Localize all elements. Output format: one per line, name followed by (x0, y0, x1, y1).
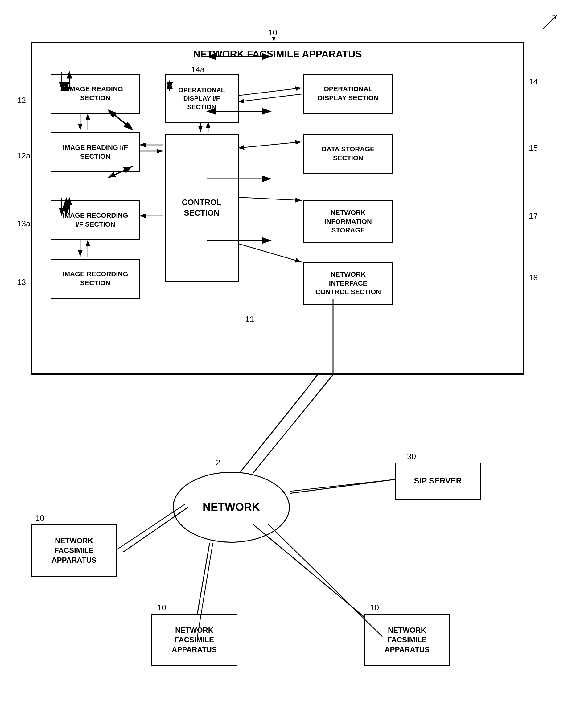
ref10-left-label: 10 (35, 514, 45, 523)
image-recording-section-box: IMAGE RECORDING SECTION (51, 259, 140, 299)
svg-line-50 (290, 479, 395, 491)
op-display-if-box: OPERATIONAL DISPLAY I/F SECTION (165, 74, 239, 123)
diagram-container: 5 10 NETWORK FACSIMILE APPARATUS IMAGE R… (0, 0, 576, 728)
op-display-box: OPERATIONAL DISPLAY SECTION (304, 74, 393, 114)
network-interface-control-box: NETWORK INTERFACE CONTROL SECTION (304, 262, 393, 305)
data-storage-box: DATA STORAGE SECTION (304, 134, 393, 174)
svg-line-14 (302, 375, 318, 395)
image-reading-section-box: IMAGE READING SECTION (51, 74, 140, 114)
ref14-label: 14 (529, 77, 538, 87)
nfa-bottom-center-box: NETWORK FACSIMILE APPARATUS (151, 614, 237, 666)
svg-line-17 (197, 543, 210, 614)
network-ellipse: NETWORK (173, 472, 290, 543)
ref11-label: 11 (245, 315, 254, 324)
network-info-storage-box: NETWORK INFORMATION STORAGE (304, 200, 393, 243)
svg-line-46 (253, 375, 333, 473)
ref17-label: 17 (529, 211, 538, 221)
main-apparatus-box: NETWORK FACSIMILE APPARATUS IMAGE READIN… (31, 41, 524, 375)
ref5-label: 5 (552, 12, 556, 21)
ref30-label: 30 (407, 452, 416, 461)
ref12-label: 12 (17, 95, 26, 105)
svg-line-19 (290, 479, 395, 493)
ref15-label: 15 (529, 143, 538, 153)
ref13a-label: 13a (17, 219, 30, 229)
image-reading-if-box: IMAGE READING I/F SECTION (51, 132, 140, 172)
ref10-bottom-right-label: 10 (370, 603, 379, 612)
svg-line-15 (240, 395, 302, 472)
ref13-label: 13 (17, 278, 26, 287)
ref2-label: 2 (216, 458, 220, 467)
nfa-bottom-right-box: NETWORK FACSIMILE APPARATUS (364, 614, 450, 666)
ref10-bottom-left-label: 10 (157, 603, 166, 612)
svg-line-18 (253, 524, 364, 617)
ref14a-label: 14a (191, 65, 204, 74)
ref12a-label: 12a (17, 151, 30, 161)
sip-server-box: SIP SERVER (395, 463, 481, 499)
control-section-box: CONTROL SECTION (165, 134, 239, 282)
nfa-left-box: NETWORK FACSIMILE APPARATUS (31, 524, 117, 577)
image-recording-if-box: IMAGE RECORDING I/F SECTION (51, 200, 140, 240)
main-title: NETWORK FACSIMILE APPARATUS (32, 49, 523, 60)
ref18-label: 18 (529, 273, 538, 283)
ref10-top-label: 10 (268, 28, 277, 37)
